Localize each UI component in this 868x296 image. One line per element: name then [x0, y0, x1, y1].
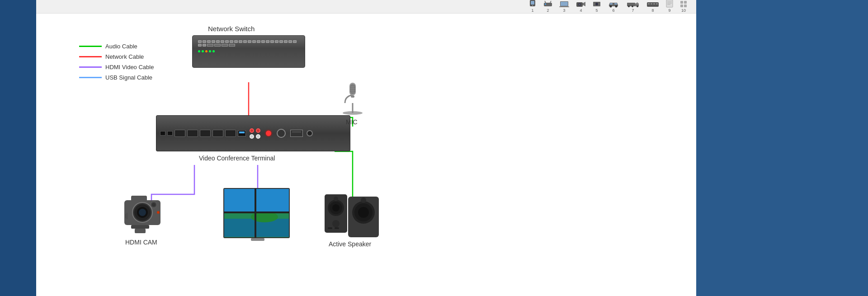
vct-network-port: [238, 130, 246, 136]
vct-hdmi-port: [175, 130, 185, 137]
svg-rect-36: [684, 5, 687, 7]
ns-port: [279, 40, 283, 43]
ns-port: [212, 40, 215, 43]
svg-rect-74: [251, 238, 264, 241]
svg-rect-70: [224, 219, 289, 237]
ns-led: [205, 50, 208, 52]
svg-point-2: [532, 5, 533, 6]
svg-rect-33: [680, 1, 683, 4]
speaker-device: [323, 192, 382, 241]
ns-sfp-port: [229, 44, 235, 47]
svg-point-84: [361, 197, 366, 203]
svg-point-53: [139, 209, 146, 216]
vct-vga-port: [290, 130, 303, 137]
svg-rect-1: [531, 1, 534, 5]
mic-label: MIC: [346, 118, 358, 126]
svg-rect-25: [648, 3, 650, 5]
ns-port: [243, 40, 247, 43]
vct-hdmi-port: [187, 130, 198, 137]
nav-num-9: 9: [668, 8, 670, 13]
usb-cable-line: [79, 77, 102, 78]
legend-usb: USB Signal Cable: [79, 74, 154, 81]
nav-device-8[interactable]: 8: [646, 0, 659, 13]
nav-num-2: 2: [547, 8, 549, 13]
ns-sfp-port: [207, 44, 213, 47]
network-switch-label: Network Switch: [208, 25, 255, 33]
vct-hdmi-port: [212, 130, 223, 137]
ns-port: [284, 40, 288, 43]
svg-point-19: [615, 5, 618, 8]
svg-rect-55: [131, 196, 147, 201]
vct-rca-port: [256, 134, 260, 139]
svg-line-5: [550, 1, 551, 3]
svg-rect-34: [684, 1, 687, 4]
vct-rca-port: [250, 134, 254, 139]
nav-num-4: 4: [580, 8, 582, 13]
nav-num-10: 10: [681, 8, 686, 13]
ns-port: [234, 40, 238, 43]
right-sidebar: [696, 0, 868, 296]
hdmi-cable-label: HDMI Video Cable: [105, 64, 154, 70]
ns-port: [293, 40, 297, 43]
nav-device-6[interactable]: 6: [608, 0, 619, 13]
nav-device-9[interactable]: 9: [666, 0, 673, 13]
svg-point-57: [152, 203, 156, 207]
legend-audio: Audio Cable: [79, 43, 154, 50]
ns-port: [270, 40, 274, 43]
cam-device: [122, 189, 176, 238]
ns-sfp-port: [222, 44, 228, 47]
svg-point-23: [637, 5, 638, 7]
nav-device-7[interactable]: 7: [626, 0, 640, 13]
network-cable-label: Network Cable: [105, 53, 144, 60]
vct-usb-port: [167, 131, 173, 136]
svg-marker-11: [583, 2, 585, 6]
vct-power-led: [266, 131, 271, 136]
nav-device-5[interactable]: 5: [593, 0, 601, 13]
svg-point-22: [632, 5, 633, 7]
svg-rect-16: [610, 3, 613, 5]
speaker-label: Active Speaker: [329, 240, 371, 248]
ns-port: [198, 40, 202, 43]
ns-port: [257, 40, 260, 43]
vct-label: Video Conference Terminal: [199, 155, 275, 162]
svg-point-83: [358, 207, 369, 218]
nav-num-6: 6: [612, 8, 614, 13]
ns-port: [248, 40, 251, 43]
svg-rect-26: [651, 3, 652, 5]
nav-device-1[interactable]: 1: [528, 0, 537, 13]
nav-num-5: 5: [595, 8, 598, 13]
vct-hdmi-port: [200, 130, 211, 137]
network-cable-line: [79, 56, 102, 57]
audio-cable-label: Audio Cable: [105, 43, 137, 50]
svg-point-18: [610, 5, 612, 8]
nav-device-3[interactable]: 3: [559, 0, 569, 13]
svg-point-15: [595, 3, 598, 5]
legend-network: Network Cable: [79, 53, 154, 60]
mic-device: [332, 76, 373, 118]
nav-num-3: 3: [563, 8, 565, 13]
nav-device-10[interactable]: 10: [680, 0, 687, 13]
ns-port: [266, 40, 269, 43]
svg-point-13: [579, 4, 580, 5]
svg-point-21: [628, 5, 630, 7]
ns-port: [230, 40, 233, 43]
vct-audio-port: [277, 129, 286, 138]
audio-cable-line: [79, 46, 102, 47]
nav-device-2[interactable]: 2: [543, 0, 552, 13]
vct-rca-port: [250, 128, 254, 133]
svg-rect-58: [131, 225, 149, 229]
nav-device-4[interactable]: 4: [576, 0, 586, 13]
svg-point-79: [332, 220, 340, 227]
svg-rect-8: [561, 2, 568, 6]
legend-hdmi: HDMI Video Cable: [79, 64, 154, 70]
left-sidebar: [0, 0, 36, 296]
vct-usb-port: [160, 131, 165, 136]
svg-rect-17: [614, 3, 617, 5]
svg-point-85: [334, 197, 338, 201]
svg-point-78: [332, 204, 340, 211]
ns-port: [198, 44, 202, 47]
ns-port: [203, 44, 206, 47]
svg-rect-28: [656, 3, 658, 5]
svg-rect-29: [666, 0, 673, 7]
ns-port: [221, 40, 224, 43]
